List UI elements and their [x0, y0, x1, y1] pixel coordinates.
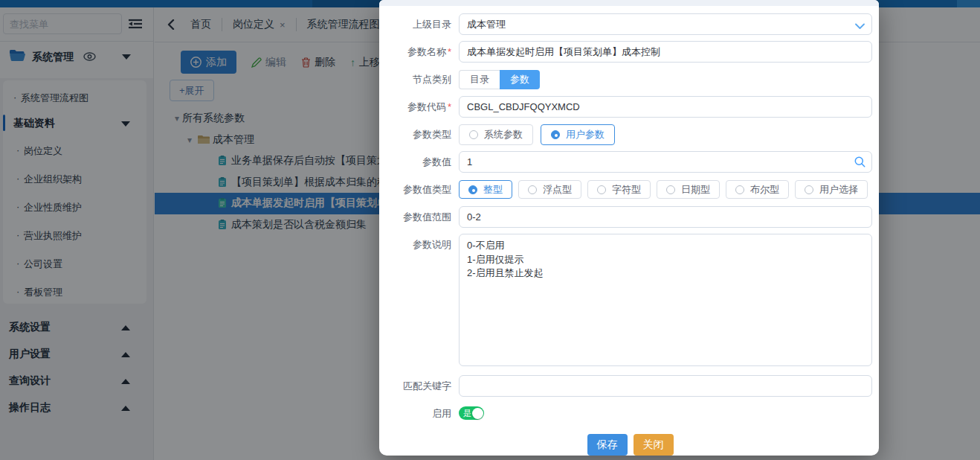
node-type-option-parameter[interactable]: 参数 [500, 70, 540, 89]
param-name-input[interactable] [459, 41, 872, 63]
parameter-form: 上级目录 成本管理 参数名称* 节点类别 [379, 6, 879, 456]
radio-icon [735, 185, 744, 194]
form-row-param-code: 参数代码* [388, 96, 872, 118]
value-type-option-integer[interactable]: 整型 [459, 180, 512, 199]
search-icon[interactable] [854, 156, 865, 170]
close-button[interactable]: 关闭 [634, 434, 674, 456]
value-type-option-boolean[interactable]: 布尔型 [726, 180, 789, 199]
radio-label: 系统参数 [484, 128, 523, 141]
parent-directory-select[interactable]: 成本管理 [459, 13, 872, 35]
field-label: 参数值范围 [388, 206, 451, 228]
radio-icon [805, 185, 813, 194]
radio-label: 整型 [483, 183, 503, 197]
form-row-param-value: 参数值 [388, 151, 872, 173]
value-type-radio-group: 整型 浮点型 字符型 日期型 [459, 180, 872, 199]
dialog-header-strip [379, 0, 879, 6]
screen: 系统管理 系统管理流程图 基础资料 岗位定义 企业组织架构 企业性质维护 营业执… [0, 0, 980, 460]
field-label: 参数值类型 [388, 179, 451, 200]
form-row-match-keyword: 匹配关键字 [388, 375, 872, 397]
save-button[interactable]: 保存 [587, 434, 628, 456]
toggle-knob [472, 408, 483, 419]
radio-label: 日期型 [681, 183, 710, 197]
toggle-state-label: 是 [463, 408, 471, 418]
form-row-enabled: 启用 是 [388, 403, 872, 424]
radio-icon [528, 185, 537, 194]
radio-label: 浮点型 [543, 183, 572, 197]
form-row-node-type: 节点类别 目录 参数 [388, 68, 872, 90]
match-keyword-input[interactable] [459, 375, 872, 397]
form-row-value-type: 参数值类型 整型 浮点型 字符型 [388, 179, 872, 200]
form-row-value-range: 参数值范围 [388, 206, 872, 228]
field-label: 参数代码* [388, 96, 451, 118]
value-type-option-float[interactable]: 浮点型 [518, 180, 581, 199]
value-range-input[interactable] [459, 206, 872, 228]
radio-label: 字符型 [612, 183, 641, 197]
dialog-footer: 保存 关闭 [388, 434, 872, 456]
node-type-segmented-control: 目录 参数 [459, 70, 872, 89]
radio-icon [469, 130, 478, 139]
value-type-option-user-select[interactable]: 用户选择 [795, 180, 868, 199]
required-mark: * [448, 46, 451, 57]
select-value: 成本管理 [467, 18, 506, 31]
form-row-description: 参数说明 0-不启用 1-启用仅提示 2-启用且禁止发起 [388, 234, 872, 369]
form-row-parent-dir: 上级目录 成本管理 [388, 13, 872, 35]
radio-icon [666, 185, 675, 194]
field-label: 匹配关键字 [388, 375, 451, 397]
field-label: 启用 [388, 403, 451, 424]
param-type-option-user[interactable]: 用户参数 [541, 124, 615, 145]
chevron-down-icon [855, 19, 865, 33]
field-label: 参数类型 [388, 124, 451, 145]
enabled-toggle[interactable]: 是 [459, 406, 484, 420]
radio-icon [468, 185, 477, 194]
node-type-option-directory[interactable]: 目录 [459, 70, 500, 89]
radio-label: 用户选择 [819, 183, 858, 197]
required-mark: * [448, 101, 451, 112]
form-row-param-name: 参数名称* [388, 41, 872, 63]
param-value-input[interactable] [459, 151, 872, 173]
param-type-option-system[interactable]: 系统参数 [459, 124, 533, 145]
radio-icon [597, 185, 606, 194]
radio-label: 布尔型 [750, 183, 779, 197]
form-row-param-type: 参数类型 系统参数 用户参数 [388, 124, 872, 145]
radio-icon [551, 130, 560, 139]
param-description-textarea[interactable]: 0-不启用 1-启用仅提示 2-启用且禁止发起 [459, 234, 872, 366]
value-type-option-date[interactable]: 日期型 [657, 180, 720, 199]
param-code-input[interactable] [459, 96, 872, 118]
field-label: 参数值 [388, 151, 451, 173]
field-label: 节点类别 [388, 68, 451, 90]
value-type-option-string[interactable]: 字符型 [587, 180, 651, 199]
radio-label: 用户参数 [566, 128, 605, 141]
param-type-radio-group: 系统参数 用户参数 [459, 124, 872, 145]
field-label: 参数名称* [388, 41, 451, 63]
field-label: 上级目录 [388, 13, 451, 35]
parameter-edit-dialog: 上级目录 成本管理 参数名称* 节点类别 [379, 0, 879, 456]
field-label: 参数说明 [388, 234, 451, 255]
